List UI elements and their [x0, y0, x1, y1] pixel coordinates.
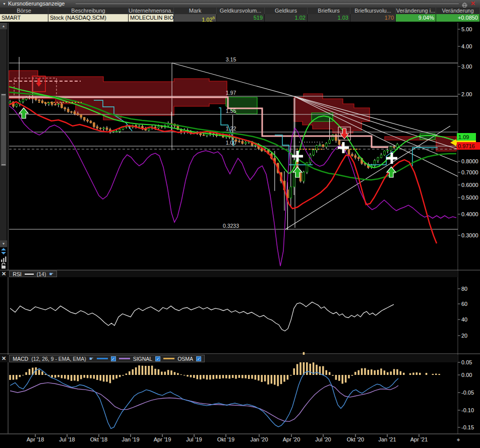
svg-text:Okt '18: Okt '18 — [90, 436, 108, 442]
svg-text:2.00: 2.00 — [461, 91, 472, 97]
svg-text:3.15: 3.15 — [226, 56, 236, 62]
cell-bid[interactable]: 1.02 — [265, 14, 308, 22]
chart-vertical-scrollbar[interactable]: ▲ ▼ — [0, 23, 7, 247]
col-header-veraenderung-pct[interactable]: Veränderung i... — [396, 8, 436, 14]
svg-text:Jul '19: Jul '19 — [186, 436, 202, 442]
quote-table-header: Börse Beschreibung Unternehmensna... Mar… — [0, 8, 480, 14]
cell-bid-volume[interactable]: 519 — [217, 14, 265, 22]
svg-text:Okt '20: Okt '20 — [347, 436, 365, 442]
svg-text:0.9716: 0.9716 — [458, 143, 475, 149]
rsi-panel-header: ✕ RSI (14) ☛ — [0, 271, 458, 277]
svg-text:5.00: 5.00 — [461, 26, 472, 32]
cell-mark-price[interactable]: 1.025 — [174, 14, 217, 22]
scrollbar-thumb[interactable] — [1, 93, 7, 166]
svg-text:Jan '20: Jan '20 — [250, 436, 268, 442]
osma-line-swatch — [163, 358, 174, 359]
svg-text:Jan '19: Jan '19 — [122, 436, 139, 442]
signal-label: SIGNAL — [133, 356, 153, 362]
scroll-up-button[interactable]: ▲ — [0, 23, 7, 29]
rsi-label: RSI — [13, 271, 22, 277]
cell-exchange[interactable]: SMART — [0, 14, 48, 22]
svg-text:Jul '20: Jul '20 — [315, 436, 331, 442]
svg-text:1.09: 1.09 — [458, 134, 469, 140]
close-icon[interactable]: ✕ — [470, 0, 475, 7]
col-header-veraenderung[interactable]: Veränderung — [436, 8, 480, 14]
macd-line-swatch — [97, 358, 108, 359]
svg-text:1.00: 1.00 — [226, 140, 236, 146]
cell-change-abs[interactable]: +0.0850 — [436, 14, 480, 22]
col-header-briefkursvolumen[interactable]: Briefkursvolu... — [350, 8, 396, 14]
rsi-hand-icon[interactable]: ☛ — [49, 271, 53, 277]
svg-text:4.00: 4.00 — [461, 43, 472, 49]
time-axis: Apr '18Jul '18Okt '18Jan '19Apr '19Jul '… — [27, 434, 460, 442]
svg-text:0.05: 0.05 — [461, 359, 472, 365]
macd-panel: 0.050.00-0.05-0.10-0.15 — [9, 352, 474, 430]
svg-text:Apr '18: Apr '18 — [27, 436, 44, 442]
svg-text:-0.15: -0.15 — [461, 424, 474, 430]
signal-line-swatch — [119, 358, 130, 359]
col-header-boerse[interactable]: Börse — [0, 8, 48, 14]
svg-text:1.22: 1.22 — [226, 125, 236, 132]
svg-text:80: 80 — [461, 286, 467, 292]
lock-icon[interactable] — [1, 262, 7, 271]
svg-text:0.6000: 0.6000 — [461, 182, 478, 188]
svg-text:0.5000: 0.5000 — [461, 195, 478, 201]
trading-workstation-window: ▼ Kursnotierungsanzeige ✕ Börse Beschrei… — [0, 0, 480, 448]
cell-change-pct[interactable]: 9.04% — [396, 14, 436, 22]
col-header-mark[interactable]: Mark — [174, 8, 217, 14]
col-header-unternehmensname[interactable]: Unternehmensna... — [129, 8, 174, 14]
quote-panel-titlebar: ▼ Kursnotierungsanzeige ✕ — [0, 0, 480, 8]
col-header-geldkursvolumen[interactable]: Geldkursvolum... — [217, 8, 265, 14]
svg-text:Apr '21: Apr '21 — [410, 436, 428, 442]
macd-checkbox[interactable]: ✓ — [111, 356, 116, 361]
macd-panel-header: ✕ MACD (12, 26, 9 - EMA, EMA) ☛ ✓ SIGNAL… — [0, 355, 458, 362]
rsi-line-swatch — [25, 274, 34, 275]
svg-text:1.97: 1.97 — [226, 90, 236, 96]
svg-text:Jul '18: Jul '18 — [59, 436, 75, 442]
macd-param: (12, 26, 9 - EMA, EMA) — [31, 356, 86, 362]
svg-text:0.4000: 0.4000 — [461, 211, 478, 217]
col-header-geldkurs[interactable]: Geldkurs — [265, 8, 308, 14]
cell-ask-volume[interactable]: 170 — [350, 14, 396, 22]
svg-text:-0.05: -0.05 — [461, 390, 474, 396]
svg-text:20: 20 — [461, 333, 467, 339]
collapse-triangle-icon[interactable]: ▼ — [3, 2, 6, 6]
svg-text:-0.10: -0.10 — [461, 407, 474, 413]
quote-table-row[interactable]: SMART Stock (NASDAQ.SCM) MOLECULIN BIO..… — [0, 14, 480, 22]
svg-text:Apr '20: Apr '20 — [283, 436, 301, 442]
macd-label: MACD — [13, 356, 28, 362]
signal-checkbox[interactable]: ✓ — [155, 356, 160, 361]
quote-panel-title: Kursnotierungsanzeige — [8, 1, 65, 7]
svg-text:3.00: 3.00 — [461, 63, 472, 70]
macd-close-icon[interactable]: ✕ — [2, 355, 6, 362]
rsi-param: (14) — [37, 271, 46, 277]
svg-text:Okt '19: Okt '19 — [217, 436, 235, 442]
svg-text:0.8000: 0.8000 — [461, 158, 478, 164]
svg-text:◆: ◆ — [457, 437, 460, 442]
cell-description[interactable]: Stock (NASDAQ.SCM) — [48, 14, 129, 22]
scroll-down-button[interactable]: ▼ — [0, 240, 7, 247]
osma-label: OSMA — [177, 356, 193, 362]
col-header-briefkurs[interactable]: Briefkurs — [308, 8, 350, 14]
svg-text:0.3233: 0.3233 — [223, 223, 239, 229]
svg-text:40: 40 — [461, 316, 467, 323]
col-header-beschreibung[interactable]: Beschreibung — [48, 8, 129, 14]
main-chart-svg: 3.151.971.551.221.000.32335.004.003.002.… — [0, 23, 480, 448]
macd-hand-icon[interactable]: ☛ — [89, 356, 94, 361]
cell-company[interactable]: MOLECULIN BIO... — [129, 14, 174, 22]
svg-text:0.7000: 0.7000 — [461, 169, 478, 175]
svg-text:Jan '21: Jan '21 — [378, 436, 396, 442]
rsi-indicator-chip[interactable]: RSI (14) ☛ — [9, 271, 57, 277]
macd-indicator-chip[interactable]: MACD (12, 26, 9 - EMA, EMA) ☛ ✓ SIGNAL ✓… — [9, 355, 205, 362]
osma-checkbox[interactable]: ✓ — [196, 356, 201, 361]
svg-text:60: 60 — [461, 301, 467, 307]
rsi-close-icon[interactable]: ✕ — [2, 271, 6, 277]
titlebar-rule — [76, 4, 459, 4]
cell-ask[interactable]: 1.03 — [308, 14, 350, 22]
svg-text:Apr '19: Apr '19 — [154, 436, 171, 442]
svg-text:0.00: 0.00 — [461, 372, 472, 378]
svg-text:0.3000: 0.3000 — [461, 232, 478, 238]
rsi-panel: 80604020 — [10, 286, 467, 339]
